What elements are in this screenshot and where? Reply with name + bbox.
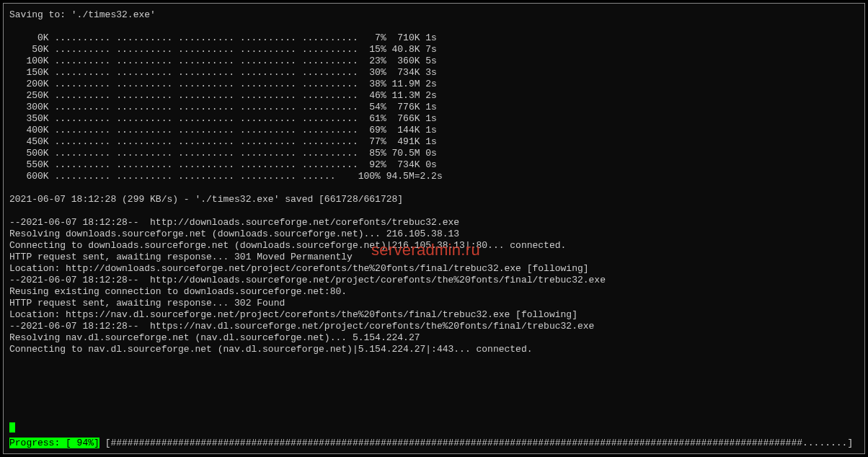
log-line: Location: https://nav.dl.sourceforge.net… — [9, 309, 859, 321]
log-line: HTTP request sent, awaiting response... … — [9, 298, 859, 309]
log-line: Connecting to downloads.sourceforge.net … — [9, 240, 859, 252]
progress-row: 500K .......... .......... .......... ..… — [9, 148, 859, 159]
terminal-window[interactable]: Saving to: './times32.exe' 0K ..........… — [3, 3, 865, 454]
log-line: Resolving downloads.sourceforge.net (dow… — [9, 228, 859, 240]
log-line: Connecting to nav.dl.sourceforge.net (na… — [9, 344, 859, 355]
blank-line — [9, 21, 859, 32]
log-line: Resolving nav.dl.sourceforge.net (nav.dl… — [9, 332, 859, 344]
log-line: Reusing existing connection to downloads… — [9, 286, 859, 298]
progress-row: 250K .......... .......... .......... ..… — [9, 90, 859, 102]
download-summary: 2021-06-07 18:12:28 (299 KB/s) - './time… — [9, 194, 859, 205]
log-line: HTTP request sent, awaiting response... … — [9, 252, 859, 263]
progress-row: 450K .......... .......... .......... ..… — [9, 136, 859, 148]
progress-row: 0K .......... .......... .......... ....… — [9, 32, 859, 44]
log-line: --2021-06-07 18:12:28-- http://downloads… — [9, 275, 859, 286]
progress-bar-close: ] — [847, 438, 853, 448]
progress-row: 150K .......... .......... .......... ..… — [9, 67, 859, 79]
log-line: Location: http://downloads.sourceforge.n… — [9, 263, 859, 275]
progress-bar-line: Progress: [ 94%] [######################… — [9, 438, 859, 449]
progress-row: 400K .......... .......... .......... ..… — [9, 125, 859, 136]
progress-row: 550K .......... .......... .......... ..… — [9, 159, 859, 171]
progress-row: 200K .......... .......... .......... ..… — [9, 79, 859, 90]
blank-line — [9, 205, 859, 217]
terminal-footer: Progress: [ 94%] [######################… — [9, 422, 859, 449]
log-line: --2021-06-07 18:12:28-- http://downloads… — [9, 217, 859, 228]
log-line: --2021-06-07 18:12:28-- https://nav.dl.s… — [9, 321, 859, 332]
progress-row: 100K .......... .......... .......... ..… — [9, 56, 859, 67]
cursor-block — [9, 422, 15, 432]
saving-header: Saving to: './times32.exe' — [9, 9, 859, 21]
blank-line — [9, 182, 859, 194]
progress-last-row: 600K .......... .......... .......... ..… — [9, 171, 859, 182]
wget-log: --2021-06-07 18:12:28-- http://downloads… — [9, 217, 859, 355]
progress-bar-fill: ########################################… — [110, 438, 802, 448]
progress-rows: 0K .......... .......... .......... ....… — [9, 32, 859, 171]
progress-row: 50K .......... .......... .......... ...… — [9, 44, 859, 56]
progress-percent-label: Progress: [ 94%] — [9, 438, 99, 448]
progress-row: 300K .......... .......... .......... ..… — [9, 102, 859, 113]
progress-bar-empty: ........ — [802, 438, 847, 448]
progress-row: 350K .......... .......... .......... ..… — [9, 113, 859, 125]
progress-bar-open: [ — [99, 438, 111, 448]
